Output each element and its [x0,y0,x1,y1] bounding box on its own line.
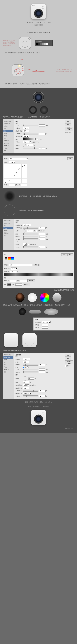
lens-render [33,92,44,103]
position-label: 位置(P): [15,128,22,129]
ring-shape [29,106,37,114]
sidebar-contour[interactable]: 等高线 [3,125,13,128]
angle-label: 角度(A): [15,144,22,146]
step1-annotation-left: 拍钮是选画一个适当的圆角矩形，然后通过选量来现钮边形，载重用黑到银色渐变组合得出 [2,40,15,46]
final-text-2: 希望大家新的一年天天都提高 [2,405,75,408]
camera-lens [34,9,43,18]
opacity-label: 不透明度(O): [15,133,22,134]
bevel-panel-small: 内阴影 混合模式(B):正片叠底 距离(D): 大小(S): [33,318,75,330]
outline-shape-2 [12,64,24,76]
gradient-label: 渐变: [15,138,22,140]
light-source-label: 光源 [20,58,23,60]
opacity-input[interactable] [39,133,46,135]
pointer-line [15,154,33,154]
sidebar-color-overlay[interactable]: 颜色叠加 [3,140,13,142]
size-label: 大小(S): [15,125,22,126]
structure-label: 结构 [15,122,63,124]
bevel-panel-full: 混合选项:默认 斜面和浮雕 等高线 纹理 描边 内阴影 渐变叠加 投影 斜面和浮… [2,353,75,399]
gradient-ramp[interactable] [4,273,73,276]
inner-shadow-panel: 混合选项:默认 斜面和浮雕 描边 内阴影 内发光 渐变叠加 投影 内阴影 结构 … [2,219,75,250]
input-input[interactable] [21,184,27,186]
sidebar-outer-glow[interactable]: 外发光 [3,147,13,150]
angle-input[interactable] [27,144,33,146]
size-input[interactable] [39,124,45,126]
style-select[interactable]: 线性 [23,141,29,143]
scale-label: 缩放(C): [15,148,22,149]
preset-label: 预设(R): [4,158,8,160]
step2-annotation-right: 直定的光源在40-60°得上图位置拖动着来的部分60-90° [57,69,72,72]
angle-dial[interactable] [23,144,26,147]
lens-lesson-text: 调色样式为：1像素的描边，宽度5%，大小为3像素投影，以及高级渐变添加 [2,116,75,118]
curve-grid[interactable] [4,164,27,183]
sidebar-gradient-overlay[interactable]: 渐变叠加 [3,142,13,144]
reverse-checkbox[interactable] [36,138,38,140]
gradient-preview[interactable] [23,138,36,140]
blur-shadow-circle [4,190,15,202]
ge-presets-label: 预设 [4,254,6,256]
preview-checkbox[interactable] [65,132,67,133]
sidebar-inner-glow[interactable]: 内发光 [3,135,13,137]
preset-select[interactable]: 自定 [9,158,28,160]
sidebar-texture[interactable]: 纹理 [3,128,13,130]
sidebar-pattern-overlay[interactable]: 图案叠加 [3,144,13,147]
gradient-presets-grid[interactable] [4,257,73,263]
author-name: 老谋随是老谋 [2,24,75,26]
final-camera-icon: Canon [31,410,46,425]
position-select[interactable]: 内部 [23,127,29,129]
colors-text2: 镜色来的几个颜色，剪贴成为图中晒类乡，看其类乡，新可出看，为了高到组线性，看来头… [2,304,75,306]
curves-ok[interactable]: 确定 [67,158,73,160]
sidebar-stroke[interactable]: 描边 [3,130,13,132]
size-slider[interactable] [23,125,38,126]
channel-label: 通道(C): [4,162,8,163]
ok-button[interactable]: 确定 [65,120,71,123]
stroke-title: 描边 [15,120,63,122]
layer-style-sidebar: 混合选项:默认 斜面和浮雕 等高线 纹理 描边 内阴影 内发光 光泽 颜色叠加 … [3,119,14,153]
degree-unit: 度 [34,144,35,146]
sidebar-bevel[interactable]: 斜面和浮雕 [3,122,13,125]
align-label: 与图层对齐(G) [32,141,39,143]
style-label: 样式(L): [15,141,22,143]
thin-outline-circle [4,204,15,216]
cancel-button[interactable]: 取消 [65,124,71,126]
align-checkbox[interactable] [30,142,31,143]
colors-text1: 镜头白色部形成为3像素的内阴影 [2,289,75,291]
step2-text: 2：给原件图层分件组合，一处差的一个点，以你想像来，所以都没关不分图 [2,83,75,85]
opacity-slider[interactable] [23,133,38,134]
gradient-editor-panel: 预设 确定 取消 名称(N):新建(W) 渐变类型(T):实底 平滑度(M):%… [2,252,75,288]
hero-camera-icon: Canon [31,4,46,19]
sidebar-satin[interactable]: 光泽 [3,137,13,140]
output-label: 输出(O): [4,184,8,186]
color-wheel-icon [40,293,49,302]
ge-ok[interactable]: 确定 [61,254,67,256]
fill-select[interactable]: 渐变 [23,135,29,138]
sidebar-drop-shadow[interactable]: 投影 [3,150,13,152]
reverse-label: 反向(R) [38,138,42,140]
step1-text: 1：首先用圆角和圆制成这样的部分形，精确没关系，待修正 [2,52,75,54]
pill-shape [29,310,41,314]
outline-shape-1 [19,37,31,49]
output-input[interactable] [9,184,15,186]
intro-heading: 这只是我的制作思路，仅供参考 [2,32,75,34]
oval-shape [44,308,58,315]
new-style-button[interactable]: 新建样式(W)... [65,127,73,131]
fill-label: 填充类型(F): [15,136,22,137]
portrait-reflection [15,293,24,302]
ge-cancel[interactable]: 取消 [67,254,73,256]
is-blend-select[interactable]: 正片叠底 [23,224,31,226]
channel-select[interactable]: RGB [9,161,15,164]
sidebar-inner-shadow[interactable]: 内阴影 [3,132,13,135]
light-burst-icon [17,64,21,68]
blend-label: 混合模式(B): [15,130,22,132]
input-label: 输入(I): [16,184,20,186]
disc-shape [40,106,48,114]
camera-brand-text: Canon [31,4,46,6]
sidebar-blend-options[interactable]: 混合选项:默认 [3,120,13,122]
black-disc-1 [19,308,26,315]
scale-slider[interactable] [23,148,38,149]
percent-unit: % [46,133,47,134]
final-text-1: 最后做细微的调整，增加一些小细节 [2,401,75,404]
blend-select[interactable]: 正常 [23,130,29,132]
swatch-label: 用3像素画笔 [36,41,52,43]
white-disc [28,293,37,302]
scale-input[interactable] [39,147,45,150]
